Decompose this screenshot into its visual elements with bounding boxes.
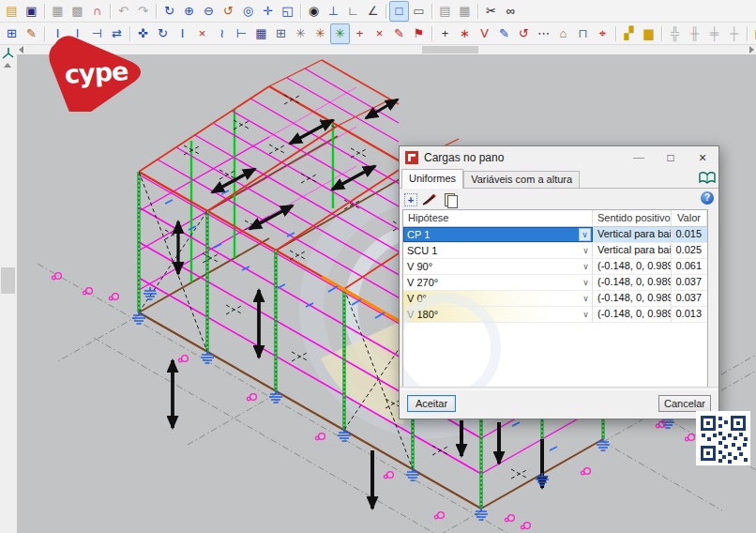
edit-properties-icon[interactable]: ✎ xyxy=(22,23,41,44)
help-icon[interactable]: ? xyxy=(701,191,714,205)
toolbar-separator xyxy=(661,26,662,41)
search-binoculars-icon[interactable]: ∞ xyxy=(501,1,521,22)
grid-icon[interactable]: ⊞ xyxy=(271,23,291,44)
selection-box-icon[interactable]: □ xyxy=(389,1,409,22)
zoom-window-icon[interactable]: ◎ xyxy=(238,1,258,22)
more-options-icon[interactable]: ⋯ xyxy=(534,23,553,44)
tick-delete-icon[interactable]: × xyxy=(370,23,389,44)
valor-cell[interactable]: 0.013 xyxy=(672,307,707,322)
copy-row-icon[interactable] xyxy=(442,191,459,207)
table-row[interactable]: V 90° ∨ (-0.148, 0, 0.989) 0.061 xyxy=(403,259,707,275)
tick-add-icon[interactable]: + xyxy=(350,23,370,44)
chevron-down-icon[interactable]: ∨ xyxy=(580,292,592,306)
chevron-down-icon[interactable]: ∨ xyxy=(580,260,592,274)
flag-loads-icon[interactable]: ⚑ xyxy=(409,23,429,44)
open-project-icon[interactable]: ▤ xyxy=(2,1,22,22)
save-icon[interactable]: ▣ xyxy=(22,1,41,22)
reference-axes-icon[interactable]: ⊥ xyxy=(324,1,343,22)
app-icon xyxy=(405,151,418,164)
vertical-scrollbar[interactable] xyxy=(0,45,17,533)
sentido-cell: (-0.148, 0, 0.989) xyxy=(593,291,672,306)
table-row[interactable]: SCU 1 ∨ Vertical para baixo 0.025 xyxy=(403,243,707,259)
zoom-extents-icon[interactable]: ⊕ xyxy=(179,1,199,22)
redraw-icon[interactable]: ↺ xyxy=(219,1,238,22)
delete-bar-icon[interactable]: × xyxy=(192,23,212,44)
dimension-icon[interactable]: ⊢ xyxy=(232,23,251,44)
chevron-down-icon[interactable]: ∨ xyxy=(579,228,591,241)
load-diagram-icon[interactable]: V xyxy=(475,23,494,44)
find-element-icon[interactable]: ◉ xyxy=(304,1,324,22)
dialog-titlebar[interactable]: Cargas no pano — □ × xyxy=(400,146,718,169)
scroll-up-arrow-icon[interactable] xyxy=(0,60,16,72)
minimize-button[interactable]: — xyxy=(623,147,655,168)
sentido-cell: (-0.148, 0, 0.989) xyxy=(593,259,672,274)
tab-variaveis[interactable]: Variáveis com a altura xyxy=(463,171,580,189)
valor-cell[interactable]: 0.025 xyxy=(672,243,707,258)
pan-view-icon[interactable]: ✛ xyxy=(258,1,278,22)
hipotese-dropdown[interactable]: V 180° ∨ xyxy=(403,307,593,322)
node-delete-icon[interactable]: ∗ xyxy=(455,23,475,44)
vertical-scroll-thumb[interactable] xyxy=(1,267,15,294)
node-add-icon[interactable]: + xyxy=(435,23,455,44)
zoom-previous-icon[interactable]: ⊖ xyxy=(199,1,219,22)
orbit-view-icon[interactable]: ↻ xyxy=(159,1,179,22)
edit-bars-icon[interactable]: ✎ xyxy=(494,23,514,44)
valor-cell[interactable]: 0.037 xyxy=(672,275,707,290)
node-union-icon[interactable]: ✳ xyxy=(291,23,310,44)
view-new-window-icon[interactable]: ◱ xyxy=(278,1,297,22)
hipotese-dropdown[interactable]: SCU 1 ∨ xyxy=(403,243,593,258)
generator-panels-icon[interactable]: ▞ xyxy=(619,23,639,44)
col-hipotese: Hipótese xyxy=(403,210,593,226)
cut-icon[interactable]: ✂ xyxy=(481,1,501,22)
new-bar-icon[interactable]: I xyxy=(173,23,192,44)
frame-grid-icon[interactable]: ▦ xyxy=(251,23,271,44)
delete-row-icon[interactable] xyxy=(422,191,439,207)
rotate-axis-icon[interactable]: ↺ xyxy=(514,23,534,44)
angle-mode-icon[interactable]: ∠ xyxy=(363,1,383,22)
accept-button[interactable]: Aceitar xyxy=(407,395,456,412)
orthogonal-mode-icon[interactable]: ∟ xyxy=(343,1,363,22)
snap-magnet-icon[interactable]: ∩ xyxy=(87,1,107,22)
scroll-right-arrow-icon[interactable] xyxy=(747,45,756,54)
shelter-icon[interactable]: ⌂ xyxy=(553,23,573,44)
table-row[interactable]: V 270° ∨ (-0.148, 0, 0.989) 0.037 xyxy=(403,275,707,291)
toolbar-separator xyxy=(431,4,432,19)
hipotese-dropdown[interactable]: V 270° ∨ xyxy=(403,275,593,290)
edit-loads-icon[interactable]: ✎ xyxy=(389,23,409,44)
maximize-button[interactable]: □ xyxy=(655,147,687,168)
valor-cell[interactable]: 0.015 xyxy=(672,227,707,242)
generator-roller-icon[interactable]: ▆ xyxy=(639,23,658,44)
node-fix-icon[interactable]: ✳ xyxy=(310,23,330,44)
node-loads-icon[interactable]: ✳ xyxy=(330,23,350,44)
joint-c-icon: ╪ xyxy=(704,23,724,44)
scroll-left-arrow-icon[interactable] xyxy=(17,45,26,54)
load-new-icon[interactable]: ▶ xyxy=(750,23,756,44)
add-row-icon[interactable]: + xyxy=(402,191,419,207)
table-row[interactable]: V 0° ∨ (-0.148, 0, 0.989) 0.037 xyxy=(403,291,707,307)
chevron-down-icon[interactable]: ∨ xyxy=(580,308,592,322)
horizontal-scroll-thumb[interactable] xyxy=(422,46,478,53)
rotate-selection-icon[interactable]: ↻ xyxy=(153,23,173,44)
dialog-tabs: Uniformes Variáveis com a altura xyxy=(400,169,718,189)
hipotese-dropdown[interactable]: CP 1 ∨ xyxy=(403,227,593,242)
close-button[interactable]: × xyxy=(687,147,718,168)
cancel-button[interactable]: Cancelar xyxy=(658,395,711,412)
application-window: { "logo": { "text": "cype", "color": "#c… xyxy=(0,0,756,533)
clamp-icon[interactable]: ⊓ xyxy=(573,23,593,44)
polyline-icon[interactable]: ≀ xyxy=(212,23,232,44)
chevron-down-icon[interactable]: ∨ xyxy=(580,276,592,290)
chevron-down-icon[interactable]: ∨ xyxy=(580,244,592,258)
undo-icon: ↶ xyxy=(113,1,133,22)
hipotese-dropdown[interactable]: V 0° ∨ xyxy=(403,291,593,306)
valor-cell[interactable]: 0.061 xyxy=(672,259,707,274)
table-row[interactable]: V 180° ∨ (-0.148, 0, 0.989) 0.013 xyxy=(403,307,707,323)
reference-book-icon[interactable] xyxy=(699,172,716,187)
hipotese-dropdown[interactable]: V 90° ∨ xyxy=(403,259,593,274)
crosshair-icon[interactable]: ⌖ xyxy=(593,23,612,44)
views-manager-icon[interactable]: ⊞ xyxy=(2,23,22,44)
label-window-icon[interactable]: ▭ xyxy=(409,1,429,22)
tab-uniformes[interactable]: Uniformes xyxy=(401,169,463,189)
dialog-title: Cargas no pano xyxy=(424,151,623,164)
table-row[interactable]: CP 1 ∨ Vertical para baixo 0.015 xyxy=(403,227,707,243)
valor-cell[interactable]: 0.037 xyxy=(672,291,707,306)
